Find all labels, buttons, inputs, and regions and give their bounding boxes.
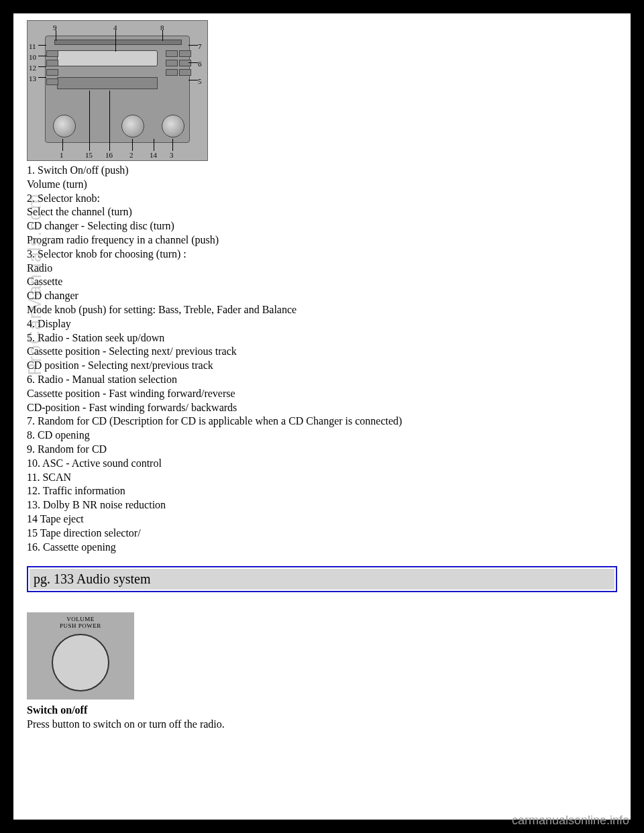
control-item: 3. Selector knob for choosing (turn) :	[27, 247, 617, 262]
control-item: 11. SCAN	[27, 471, 617, 485]
callout-line	[189, 45, 198, 46]
control-item: 7. Random for CD (Description for CD is …	[27, 414, 617, 429]
callout-line	[132, 139, 133, 151]
callout-10: 10	[29, 53, 36, 61]
control-item: 14 Tape eject	[27, 512, 617, 526]
control-item: Radio	[27, 262, 617, 276]
callout-3: 3	[170, 151, 174, 159]
control-item: 6. Radio - Manual station selection	[27, 373, 617, 387]
control-item: Program radio frequency in a channel (pu…	[27, 233, 617, 247]
control-item: 13. Dolby B NR noise reduction	[27, 498, 617, 512]
diagram-knob-selector	[121, 115, 144, 137]
callout-line	[38, 56, 46, 56]
switch-onoff-section: Switch on/off Press button to switch on …	[27, 704, 617, 732]
diagram-button	[46, 60, 58, 66]
switch-text: Press button to switch on or turn off th…	[27, 718, 617, 732]
diagram-button	[166, 69, 178, 76]
control-item: CD position - Selecting next/previous tr…	[27, 359, 617, 373]
controls-description: 1. Switch On/off (push) Volume (turn) 2.…	[27, 164, 617, 554]
diagram-button	[179, 69, 191, 76]
section-header-text: pg. 133 Audio system	[30, 569, 614, 590]
callout-line	[62, 139, 63, 151]
callout-line	[38, 66, 46, 67]
section-header: pg. 133 Audio system	[27, 566, 617, 592]
callout-13: 13	[29, 74, 36, 82]
callout-line	[89, 91, 90, 151]
callout-2: 2	[129, 151, 133, 159]
diagram-knob-mode	[162, 115, 184, 137]
control-item: 12. Traffic information	[27, 484, 617, 498]
control-item: 4. Display	[27, 317, 617, 331]
knob-label-line2: PUSH POWER	[60, 623, 101, 630]
volume-knob-figure: VOLUME PUSH POWER	[27, 612, 134, 700]
control-item: CD changer - Selecting disc (turn)	[27, 219, 617, 233]
diagram-button	[46, 69, 58, 76]
callout-12: 12	[29, 64, 36, 72]
callout-line	[189, 80, 198, 80]
diagram-button	[179, 50, 191, 57]
diagram-button	[46, 78, 58, 85]
callout-line	[109, 91, 110, 151]
callout-11: 11	[29, 42, 36, 50]
diagram-button	[166, 60, 178, 66]
control-item: 10. ASC - Active sound control	[27, 457, 617, 471]
footer-source: carmanualsonline.info	[512, 814, 629, 828]
callout-15: 15	[85, 151, 93, 159]
callout-7: 7	[198, 42, 202, 50]
diagram-button	[179, 60, 191, 66]
control-item: 16. Cassette opening	[27, 541, 617, 555]
diagram-knob-volume	[53, 115, 76, 137]
callout-5: 5	[198, 77, 202, 85]
callout-line	[154, 139, 154, 151]
control-item: CD-position - Fast winding forwards/ bac…	[27, 401, 617, 415]
diagram-button	[46, 50, 58, 57]
radio-diagram: 9 4 8 7 6 5 11 10 12 13 1 15 16 2 14 3	[27, 20, 208, 161]
callout-line	[162, 30, 163, 41]
callout-line	[38, 45, 46, 46]
control-item: 9. Random for CD	[27, 443, 617, 457]
callout-line	[56, 30, 56, 41]
callout-line	[172, 139, 173, 151]
callout-line	[115, 30, 116, 52]
control-item: Cassette position - Fast winding forward…	[27, 387, 617, 401]
radio-display	[57, 50, 158, 66]
callout-14: 14	[150, 151, 157, 159]
callout-line	[189, 62, 198, 63]
callout-16: 16	[105, 151, 113, 159]
control-item: Select the channel (turn)	[27, 205, 617, 219]
callout-6: 6	[198, 60, 202, 68]
control-item: 5. Radio - Station seek up/down	[27, 331, 617, 345]
callout-1: 1	[60, 151, 64, 159]
manual-page: 9 4 8 7 6 5 11 10 12 13 1 15 16 2 14 3 1…	[13, 13, 631, 820]
control-item: Cassette position - Selecting next/ prev…	[27, 345, 617, 359]
cassette-slot	[57, 77, 158, 89]
control-item: Cassette	[27, 275, 617, 289]
control-item: 8. CD opening	[27, 429, 617, 443]
control-item: 15 Tape direction selector/	[27, 526, 617, 541]
control-item: 1. Switch On/off (push)	[27, 164, 617, 178]
switch-title: Switch on/off	[27, 704, 617, 718]
knob-circle	[52, 634, 109, 691]
diagram-button	[166, 50, 178, 57]
control-item: Volume (turn)	[27, 178, 617, 192]
callout-line	[38, 77, 46, 78]
control-item: Mode knob (push) for setting: Bass, Treb…	[27, 303, 617, 317]
control-item: CD changer	[27, 289, 617, 303]
control-item: 2. Selector knob:	[27, 192, 617, 206]
